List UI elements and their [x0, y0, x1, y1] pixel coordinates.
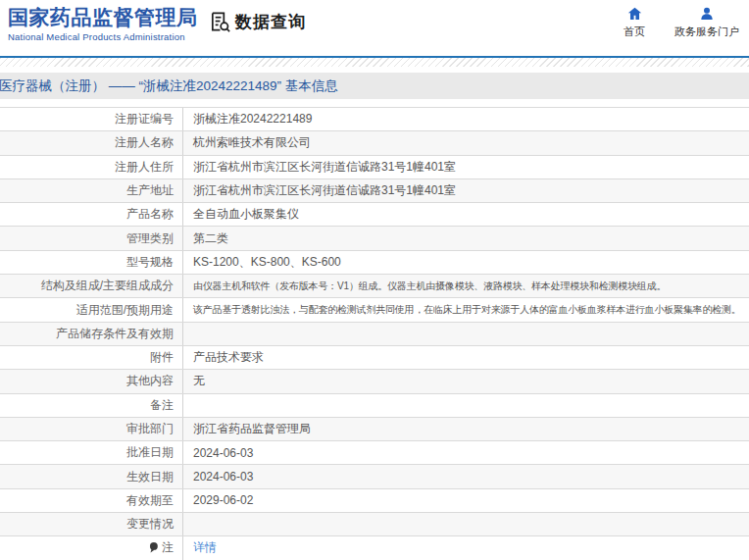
row-label: 适用范围/预期用途: [0, 298, 183, 321]
row-value: 由仪器主机和软件（发布版本号：V1）组成。仪器主机由摄像模块、液路模块、样本处理…: [183, 275, 749, 297]
table-row: 生效日期 2024-06-03: [0, 465, 749, 488]
table-row: 注册人住所 浙江省杭州市滨江区长河街道信诚路31号1幢401室: [0, 156, 749, 179]
row-value: 详情: [183, 536, 749, 559]
table-row: 备注: [0, 394, 749, 418]
row-label: 生产地址: [0, 179, 183, 202]
table-row: 其他内容 无: [0, 370, 749, 393]
table-row: 管理类别 第二类: [0, 227, 749, 250]
table-row: 产品储存条件及有效期: [0, 323, 749, 346]
home-icon: [626, 6, 643, 22]
note-icon: [148, 541, 159, 554]
table-row: 变更情况: [0, 513, 749, 536]
row-label: 审批部门: [0, 418, 183, 440]
table-row: 生产地址 浙江省杭州市滨江区长河街道信诚路31号1幢401室: [0, 179, 749, 203]
detail-link[interactable]: 详情: [193, 539, 217, 556]
row-label-text: 产品储存条件及有效期: [56, 326, 174, 342]
table-row: 结构及组成/主要组成成分 由仪器主机和软件（发布版本号：V1）组成。仪器主机由摄…: [0, 275, 749, 298]
row-label-text: 批准日期: [126, 444, 174, 461]
row-label-text: 注: [162, 539, 174, 556]
table-row: 型号规格 KS-1200、KS-800、KS-600: [0, 251, 749, 275]
hatch-pattern-strip: [0, 58, 749, 67]
row-label-text: 适用范围/预期用途: [76, 302, 174, 319]
table-row: 附件 产品技术要求: [0, 346, 749, 370]
row-value: 2029-06-02: [183, 489, 749, 512]
data-query-section: 数据查询: [209, 11, 306, 33]
table-row: 产品名称 全自动血小板聚集仪: [0, 203, 749, 227]
header-nav: 首页 政务服务门户: [624, 6, 739, 39]
row-value: 浙械注准20242221489: [183, 108, 749, 130]
row-label: 有效期至: [0, 489, 183, 512]
row-label: 结构及组成/主要组成成分: [0, 275, 183, 297]
row-label: 注册人住所: [0, 156, 183, 178]
row-label-text: 型号规格: [126, 254, 174, 271]
row-label-text: 管理类别: [126, 230, 174, 247]
row-label: 附件: [0, 346, 183, 369]
row-label-text: 结构及组成/主要组成成分: [41, 278, 174, 294]
header: 国家药品监督管理局 National Medical Products Admi…: [0, 0, 749, 56]
row-label-text: 生效日期: [126, 469, 174, 485]
row-label: 产品储存条件及有效期: [0, 323, 183, 345]
row-value: KS-1200、KS-800、KS-600: [183, 251, 749, 274]
breadcrumb-bar: 医疗器械（注册） —— “浙械注准20242221489” 基本信息: [0, 73, 749, 99]
row-label: 注: [0, 536, 183, 559]
row-value: 第二类: [183, 227, 749, 249]
logo-subtitle: National Medical Products Administration: [8, 31, 198, 42]
row-label-text: 变更情况: [126, 516, 174, 533]
nav-home-label: 首页: [624, 25, 645, 39]
row-label-text: 备注: [150, 397, 174, 414]
logo-title: 国家药品监督管理局: [8, 5, 198, 30]
row-value: [183, 323, 749, 345]
table-row: 批准日期 2024-06-03: [0, 441, 749, 465]
user-icon: [699, 6, 715, 22]
row-label: 型号规格: [0, 251, 183, 274]
row-value: [183, 394, 749, 417]
row-value: 浙江省杭州市滨江区长河街道信诚路31号1幢401室: [183, 179, 749, 202]
row-value: 该产品基于透射比浊法，与配套的检测试剂共同使用，在临床上用于对来源于人体的富血小…: [183, 298, 749, 321]
row-label: 注册证编号: [0, 108, 183, 130]
row-label-text: 审批部门: [126, 421, 174, 437]
row-label-text: 生产地址: [126, 182, 174, 199]
info-table: 注册证编号 浙械注准20242221489 注册人名称 杭州索唯技术有限公司: [0, 107, 749, 560]
row-label: 批准日期: [0, 441, 183, 464]
table-row: 注册人名称 杭州索唯技术有限公司: [0, 131, 749, 155]
row-label-text: 注册证编号: [115, 111, 174, 127]
row-label: 管理类别: [0, 227, 183, 249]
row-value: 浙江省药品监督管理局: [183, 418, 749, 440]
row-value: 杭州索唯技术有限公司: [183, 131, 749, 154]
document-search-icon: [209, 11, 231, 33]
row-value: 浙江省杭州市滨江区长河街道信诚路31号1幢401室: [183, 156, 749, 178]
nav-home[interactable]: 首页: [624, 6, 645, 39]
row-label: 注册人名称: [0, 131, 183, 154]
row-label-text: 附件: [150, 349, 174, 366]
row-label-text: 产品名称: [126, 206, 174, 223]
row-label-text: 注册人名称: [115, 134, 174, 151]
row-label: 产品名称: [0, 203, 183, 226]
row-label-text: 注册人住所: [115, 159, 174, 176]
row-label-text: 其他内容: [126, 373, 174, 389]
row-label: 其他内容: [0, 370, 183, 392]
row-label: 备注: [0, 394, 183, 417]
row-label-text: 有效期至: [126, 492, 174, 509]
table-row: 注 详情: [0, 536, 749, 560]
table-row: 有效期至 2029-06-02: [0, 489, 749, 513]
table-row: 审批部门 浙江省药品监督管理局: [0, 418, 749, 441]
row-value: [183, 513, 749, 535]
row-label: 生效日期: [0, 465, 183, 487]
row-value: 无: [183, 370, 749, 392]
nmpa-logo[interactable]: 国家药品监督管理局 National Medical Products Admi…: [8, 5, 198, 42]
breadcrumb: 医疗器械（注册） —— “浙械注准20242221489” 基本信息: [0, 77, 338, 95]
nav-portal-label: 政务服务门户: [674, 25, 739, 39]
table-row: 适用范围/预期用途 该产品基于透射比浊法，与配套的检测试剂共同使用，在临床上用于…: [0, 298, 749, 322]
row-label: 变更情况: [0, 513, 183, 535]
nav-portal[interactable]: 政务服务门户: [674, 6, 739, 39]
row-value: 2024-06-03: [183, 441, 749, 464]
row-value: 2024-06-03: [183, 465, 749, 487]
row-value: 产品技术要求: [183, 346, 749, 369]
table-row: 注册证编号 浙械注准20242221489: [0, 108, 749, 131]
data-query-title: 数据查询: [235, 11, 306, 33]
row-value: 全自动血小板聚集仪: [183, 203, 749, 226]
